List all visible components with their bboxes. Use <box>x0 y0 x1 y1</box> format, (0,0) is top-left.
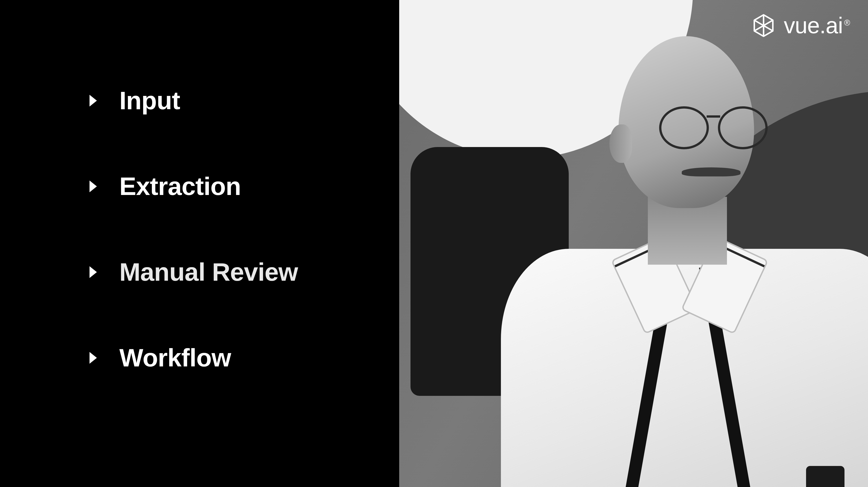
mustache-shape <box>682 167 741 176</box>
bullet-manual-review: Manual Review <box>84 257 399 287</box>
chevron-icon <box>84 92 101 110</box>
brand-logo: vue.ai® <box>751 12 850 38</box>
bullet-label: Workflow <box>119 343 231 372</box>
person-figure <box>501 27 863 480</box>
left-panel: Input Extraction Manual Review Workflow <box>0 0 399 487</box>
glasses-icon <box>659 106 772 151</box>
bullet-label: Input <box>119 86 180 115</box>
brand-registered: ® <box>844 18 850 27</box>
right-panel: vue.ai® <box>399 0 868 487</box>
brand-text: vue.ai® <box>784 12 850 38</box>
ear-shape <box>610 124 632 163</box>
chevron-icon <box>84 349 101 367</box>
bullet-label: Manual Review <box>119 257 298 287</box>
brand-name: vue.ai <box>784 13 843 38</box>
bullet-workflow: Workflow <box>84 343 399 372</box>
shirt-logo-badge <box>806 466 844 487</box>
bullet-input: Input <box>84 86 399 115</box>
chevron-icon <box>84 263 101 281</box>
chevron-icon <box>84 177 101 195</box>
brand-mark-icon <box>751 13 776 38</box>
bullet-extraction: Extraction <box>84 172 399 201</box>
slide-container: Input Extraction Manual Review Workflow <box>0 0 868 487</box>
bullet-label: Extraction <box>119 172 241 201</box>
